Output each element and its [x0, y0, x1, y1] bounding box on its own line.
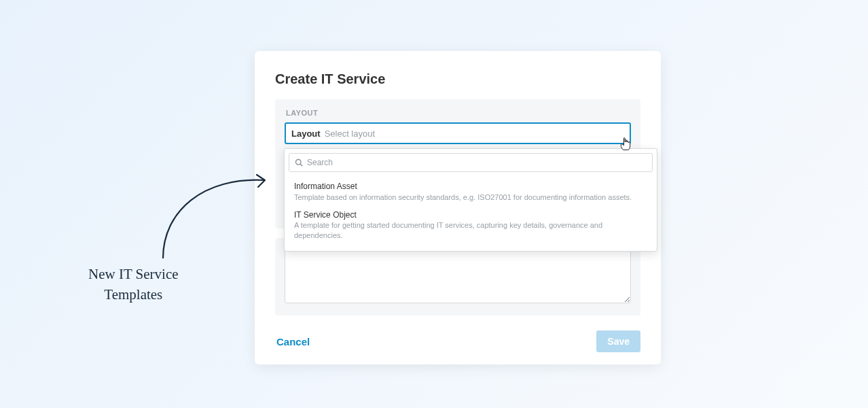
- layout-dropdown-panel: Information Asset Template based on info…: [284, 148, 657, 252]
- svg-point-0: [296, 160, 302, 165]
- save-button[interactable]: Save: [596, 330, 640, 352]
- annotation-line-1: New IT Service: [88, 264, 179, 284]
- option-title: IT Service Object: [294, 210, 647, 221]
- dropdown-search-input[interactable]: [307, 158, 647, 167]
- dropdown-search-wrapper[interactable]: [289, 153, 653, 172]
- layout-field-label: Layout: [291, 129, 321, 139]
- annotation-text: New IT Service Templates: [88, 264, 179, 305]
- option-desc: A template for getting started documenti…: [294, 220, 647, 240]
- search-icon: [295, 158, 303, 167]
- dropdown-options: Information Asset Template based on info…: [289, 176, 653, 247]
- option-title: Information Asset: [294, 182, 647, 192]
- annotation-line-2: Templates: [88, 284, 179, 305]
- dropdown-option-it-service-object[interactable]: IT Service Object A template for getting…: [290, 207, 651, 243]
- layout-select[interactable]: Layout Select layout: [285, 122, 631, 144]
- layout-section-label: LAYOUT: [285, 109, 631, 117]
- layout-field-placeholder: Select layout: [325, 129, 375, 139]
- description-textarea[interactable]: [285, 248, 631, 303]
- cancel-button[interactable]: Cancel: [275, 332, 311, 352]
- modal-title: Create IT Service: [275, 71, 640, 87]
- dropdown-option-information-asset[interactable]: Information Asset Template based on info…: [290, 179, 651, 205]
- svg-line-1: [300, 164, 302, 166]
- modal-footer: Cancel Save: [275, 328, 640, 352]
- option-desc: Template based on information security s…: [294, 192, 647, 202]
